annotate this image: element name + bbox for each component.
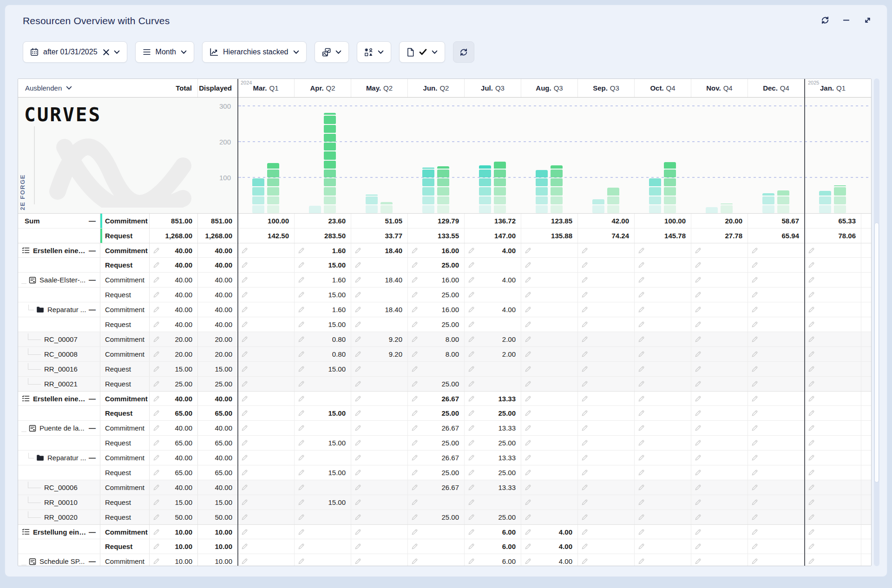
month-cell[interactable]: 4.00 [464, 243, 521, 257]
month-cell[interactable] [351, 406, 407, 420]
month-cell[interactable] [691, 406, 748, 420]
month-cell[interactable] [237, 421, 294, 435]
edit-pencil-icon[interactable] [153, 276, 160, 283]
collapse-toggle[interactable]: — [89, 306, 96, 314]
month-cell[interactable] [237, 377, 294, 391]
edit-pencil-icon[interactable] [298, 261, 305, 268]
month-cell[interactable] [691, 273, 748, 287]
edit-pencil-icon[interactable] [153, 261, 160, 268]
month-cell[interactable] [691, 392, 748, 405]
month-cell[interactable] [634, 495, 691, 510]
edit-pencil-icon[interactable] [468, 439, 475, 446]
edit-pencil-icon[interactable] [808, 306, 815, 313]
edit-pencil-icon[interactable] [808, 261, 815, 268]
month-cell[interactable] [691, 480, 748, 495]
month-cell[interactable] [237, 258, 294, 272]
month-cell[interactable]: 13.33 [464, 480, 521, 495]
month-cell[interactable]: 25.00 [464, 465, 521, 480]
month-cell[interactable] [804, 406, 861, 420]
edit-pencil-icon[interactable] [581, 261, 588, 268]
edit-pencil-icon[interactable] [638, 484, 645, 491]
month-cell[interactable]: 25.00 [407, 317, 464, 332]
edit-pencil-icon[interactable] [695, 410, 702, 417]
edit-pencil-icon[interactable] [241, 276, 248, 283]
month-cell[interactable] [521, 243, 577, 257]
vertical-scrollbar[interactable] [874, 78, 879, 566]
month-cell[interactable] [691, 510, 748, 524]
granularity-chip[interactable]: Month [135, 41, 194, 63]
month-cell[interactable] [804, 465, 861, 480]
month-cell[interactable] [237, 525, 294, 539]
month-cell[interactable] [691, 495, 748, 510]
sync-button[interactable] [453, 41, 474, 63]
month-cell[interactable] [577, 554, 634, 566]
collapse-toggle[interactable]: — [89, 557, 96, 565]
month-cell[interactable] [351, 465, 407, 480]
month-cell[interactable] [748, 465, 804, 480]
month-cell[interactable] [577, 539, 634, 554]
edit-pencil-icon[interactable] [751, 514, 758, 521]
edit-pencil-icon[interactable] [751, 529, 758, 536]
month-cell[interactable] [691, 539, 748, 554]
edit-pencil-icon[interactable] [468, 261, 475, 268]
edit-pencil-icon[interactable] [581, 543, 588, 550]
month-cell[interactable] [237, 495, 294, 510]
edit-pencil-icon[interactable] [638, 469, 645, 476]
edit-pencil-icon[interactable] [411, 351, 418, 358]
month-cell[interactable]: 2.00 [464, 332, 521, 346]
month-cell[interactable] [634, 539, 691, 554]
month-cell[interactable] [294, 525, 351, 539]
month-cell[interactable] [237, 465, 294, 480]
month-cell[interactable] [691, 332, 748, 346]
month-cell[interactable] [464, 495, 521, 510]
edit-pencil-icon[interactable] [468, 306, 475, 313]
month-cell[interactable] [577, 510, 634, 524]
edit-pencil-icon[interactable] [695, 336, 702, 343]
month-cell[interactable] [521, 406, 577, 420]
month-cell[interactable]: 4.00 [521, 554, 577, 566]
edit-pencil-icon[interactable] [411, 499, 418, 506]
refresh-icon[interactable] [819, 14, 830, 26]
edit-pencil-icon[interactable] [298, 439, 305, 446]
edit-pencil-icon[interactable] [241, 261, 248, 268]
month-cell[interactable] [294, 510, 351, 524]
month-cell[interactable] [521, 302, 577, 317]
edit-pencil-icon[interactable] [354, 380, 361, 387]
edit-pencil-icon[interactable] [808, 454, 815, 461]
edit-pencil-icon[interactable] [525, 410, 531, 417]
edit-pencil-icon[interactable] [153, 321, 160, 328]
edit-pencil-icon[interactable] [153, 454, 160, 461]
month-cell[interactable] [748, 377, 804, 391]
edit-pencil-icon[interactable] [695, 291, 702, 298]
edit-pencil-icon[interactable] [808, 499, 815, 506]
edit-pencil-icon[interactable] [581, 425, 588, 431]
month-cell[interactable] [691, 302, 748, 317]
edit-pencil-icon[interactable] [695, 261, 702, 268]
month-cell[interactable] [577, 287, 634, 302]
month-cell[interactable] [521, 347, 577, 361]
edit-pencil-icon[interactable] [695, 366, 702, 372]
month-cell[interactable]: 25.00 [407, 465, 464, 480]
month-cell[interactable] [804, 495, 861, 510]
edit-pencil-icon[interactable] [354, 306, 361, 313]
month-cell[interactable]: 15.00 [294, 258, 351, 272]
edit-pencil-icon[interactable] [581, 336, 588, 343]
edit-pencil-icon[interactable] [298, 514, 305, 521]
month-cell[interactable]: 25.00 [407, 406, 464, 420]
edit-pencil-icon[interactable] [525, 469, 531, 476]
edit-pencil-icon[interactable] [638, 454, 645, 461]
month-cell[interactable] [748, 539, 804, 554]
month-cell[interactable] [351, 317, 407, 332]
edit-pencil-icon[interactable] [638, 543, 645, 550]
edit-pencil-icon[interactable] [468, 321, 475, 328]
edit-pencil-icon[interactable] [581, 469, 588, 476]
edit-pencil-icon[interactable] [411, 380, 418, 387]
month-cell[interactable] [521, 273, 577, 287]
month-cell[interactable]: 18.40 [351, 302, 407, 317]
month-cell[interactable] [577, 525, 634, 539]
edit-pencil-icon[interactable] [808, 351, 815, 358]
collapse-toggle[interactable]: — [89, 247, 96, 255]
month-cell[interactable] [237, 392, 294, 405]
edit-pencil-icon[interactable] [808, 276, 815, 283]
total-cell[interactable]: 40.00 [149, 451, 197, 465]
